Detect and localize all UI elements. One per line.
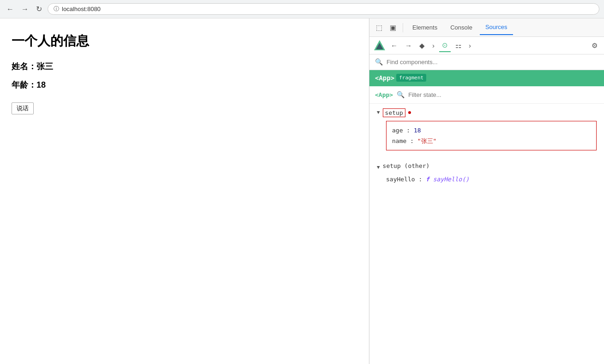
find-components-bar: 🔍 <box>369 54 604 70</box>
fragment-badge: fragment <box>396 74 426 82</box>
setup-toggle[interactable]: ▼ setup <box>377 108 597 117</box>
say-hello-colon: : <box>418 176 426 183</box>
vue-more-button[interactable]: › <box>466 40 474 51</box>
age-value: 18 <box>414 127 421 134</box>
age-colon: : <box>406 127 414 134</box>
forward-button[interactable]: → <box>19 4 30 14</box>
url-text: localhost:8080 <box>62 6 101 12</box>
tab-elements[interactable]: Elements <box>407 20 443 35</box>
search-icon: 🔍 <box>375 58 383 66</box>
back-button[interactable]: ← <box>5 4 16 14</box>
tab-sources[interactable]: Sources <box>480 20 513 35</box>
age-field: 年龄：18 <box>12 79 357 90</box>
say-button[interactable]: 说话 <box>12 102 34 114</box>
fn-name: sayHello() <box>433 176 469 183</box>
vue-compass-button[interactable]: ⊙ <box>439 39 451 52</box>
setup-other-toggle[interactable]: ▼ setup (other) <box>377 162 597 172</box>
name-value: "张三" <box>417 137 437 144</box>
setup-dot-indicator <box>408 111 411 114</box>
setup-other-section: ▼ setup (other) sayHello : f sayHello() <box>369 161 604 187</box>
name-key: name <box>392 137 406 144</box>
filter-icon: 🔍 <box>397 91 405 99</box>
page-content: 一个人的信息 姓名：张三 年龄：18 说话 <box>0 18 369 364</box>
state-header: <App> 🔍 <box>369 86 604 104</box>
find-components-input[interactable] <box>387 59 598 66</box>
vue-layers-button[interactable]: ◆ <box>417 40 428 52</box>
say-hello-row: sayHello : f sayHello() <box>386 176 597 183</box>
lock-icon: ⓘ <box>54 5 59 13</box>
age-key: age <box>392 127 403 134</box>
vue-back-button[interactable]: ← <box>388 40 400 51</box>
vue-grid-button[interactable]: ⚏ <box>453 40 464 52</box>
vue-devtools-toolbar: ← → ◆ › ⊙ ⚏ › ⚙ <box>369 37 604 54</box>
setup-label: setup <box>383 108 405 117</box>
vue-chevron-button[interactable]: › <box>429 40 437 51</box>
vue-forward-button[interactable]: → <box>402 40 415 51</box>
main-area: 一个人的信息 姓名：张三 年龄：18 说话 ⬚ ▣ Elements Conso… <box>0 18 604 364</box>
reload-button[interactable]: ↻ <box>34 4 44 14</box>
device-icon-button[interactable]: ▣ <box>387 22 399 34</box>
tab-divider <box>403 23 403 32</box>
vue-person-button[interactable]: ⚙ <box>589 40 600 52</box>
name-row: name : "张三" <box>392 136 591 146</box>
devtools-tabs-bar: ⬚ ▣ Elements Console Sources <box>369 18 604 37</box>
app-component-label: <App> <box>375 74 394 82</box>
browser-toolbar: ← → ↻ ⓘ localhost:8080 <box>0 0 604 18</box>
collapse-icon: ▼ <box>377 110 380 115</box>
vue-logo-icon <box>373 39 386 52</box>
devtools-panel: ⬚ ▣ Elements Console Sources ← → ◆ › ⊙ ⚏… <box>369 18 604 364</box>
fn-keyword: f <box>426 176 429 183</box>
inspect-icon-button[interactable]: ⬚ <box>373 22 385 34</box>
app-tag: <App> fragment <box>375 74 426 82</box>
tab-console[interactable]: Console <box>445 20 478 35</box>
page-title: 一个人的信息 <box>12 32 357 50</box>
state-app-label: <App> <box>375 91 393 98</box>
state-panel: <App> 🔍 ▼ setup age : 18 <box>369 86 604 364</box>
component-tree-item[interactable]: <App> fragment <box>369 70 604 86</box>
filter-state-input[interactable] <box>408 91 486 98</box>
name-field: 姓名：张三 <box>12 61 357 72</box>
collapse-other-icon: ▼ <box>377 165 380 170</box>
name-colon: : <box>410 137 417 144</box>
setup-section: ▼ setup age : 18 name : "张三" <box>369 104 604 161</box>
age-row: age : 18 <box>392 125 591 136</box>
setup-other-label: setup (other) <box>383 162 430 169</box>
state-values-box: age : 18 name : "张三" <box>386 121 597 151</box>
address-bar[interactable]: ⓘ localhost:8080 <box>48 3 599 15</box>
say-hello-key: sayHello <box>386 176 415 183</box>
